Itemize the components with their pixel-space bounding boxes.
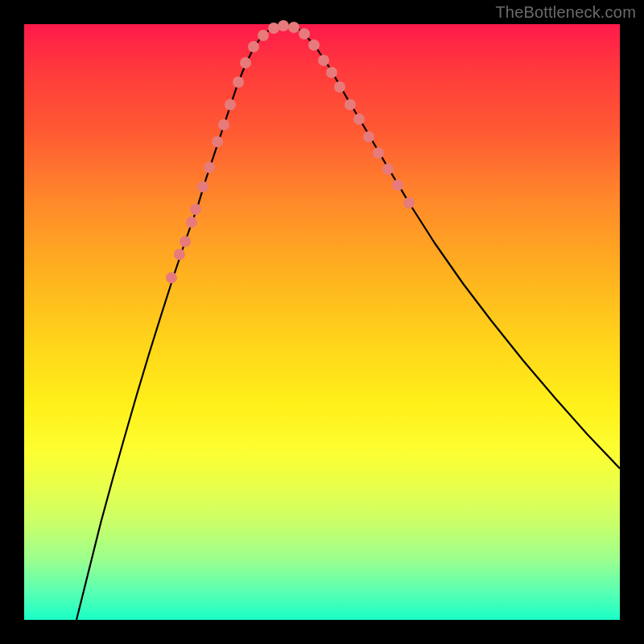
data-marker — [225, 99, 236, 110]
data-marker — [278, 20, 289, 31]
data-marker — [197, 181, 208, 192]
data-marker — [268, 23, 279, 34]
data-marker — [186, 217, 197, 228]
data-marker — [373, 147, 384, 159]
marker-layer — [166, 20, 415, 283]
data-marker — [308, 39, 320, 51]
watermark-text: TheBottleneck.com — [495, 3, 636, 22]
data-marker — [218, 119, 229, 130]
data-marker — [326, 67, 337, 78]
data-marker — [299, 28, 310, 39]
data-marker — [180, 236, 191, 247]
data-marker — [190, 204, 201, 215]
data-marker — [258, 30, 269, 41]
data-marker — [166, 272, 177, 283]
data-marker — [382, 163, 394, 175]
chart-frame: TheBottleneck.com — [0, 0, 644, 644]
data-marker — [392, 180, 403, 191]
plot-area — [24, 24, 620, 620]
data-marker — [318, 55, 329, 66]
data-marker — [345, 99, 356, 110]
bottleneck-curve — [76, 24, 620, 620]
data-marker — [248, 41, 259, 52]
chart-svg — [24, 24, 620, 620]
data-marker — [353, 114, 365, 125]
data-marker — [240, 57, 251, 68]
data-marker — [174, 249, 185, 260]
data-marker — [233, 76, 244, 88]
data-marker — [288, 22, 299, 33]
data-marker — [334, 81, 345, 93]
curve-layer — [76, 24, 620, 620]
data-marker — [204, 162, 215, 173]
data-marker — [363, 131, 374, 142]
data-marker — [403, 197, 415, 208]
data-marker — [212, 136, 223, 147]
